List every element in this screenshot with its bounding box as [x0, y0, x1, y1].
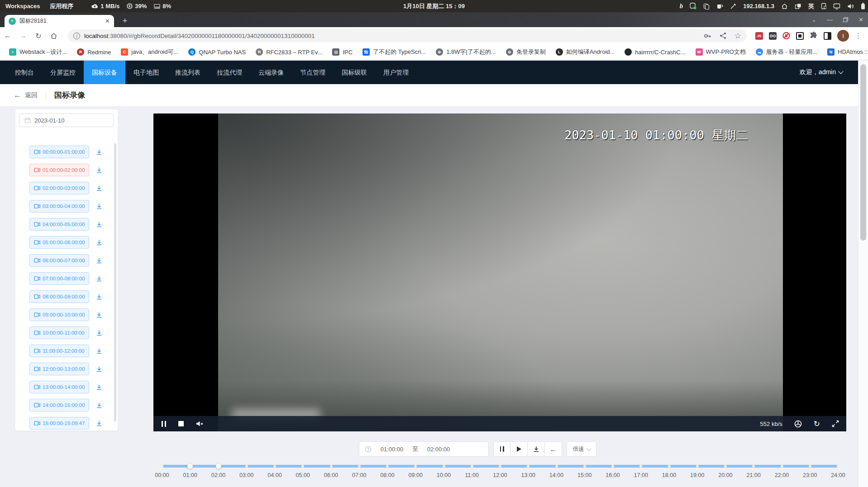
app-indicator-icon[interactable] — [690, 3, 696, 9]
nav-tab[interactable]: 云端录像 — [250, 61, 292, 84]
record-download-icon[interactable] — [95, 311, 103, 318]
record-download-icon[interactable] — [95, 166, 103, 174]
bookmark-star-icon[interactable]: ☆ — [734, 31, 741, 41]
bookmark-item[interactable]: ⊕ 免登录复制 — [502, 47, 549, 57]
record-segment-button[interactable]: 00:00:00-01:00:00 — [29, 146, 89, 158]
seek-back-button[interactable]: ← — [545, 441, 562, 457]
window-close-button[interactable]: ✕ — [858, 16, 863, 23]
nav-tab[interactable]: 国标级联 — [334, 61, 375, 84]
browser-menu-icon[interactable]: ⋮ — [855, 32, 862, 40]
record-segment-button[interactable]: 12:00:00-13:00:00 — [29, 363, 89, 375]
square-extension-icon[interactable] — [796, 32, 804, 40]
browser-reload-icon[interactable]: ↻ — [31, 32, 46, 40]
bookmark-item[interactable]: R Redmine — [73, 47, 114, 57]
color-picker-tray-icon[interactable] — [730, 3, 736, 9]
battery-tray-icon[interactable] — [861, 3, 865, 9]
time-range-input[interactable]: 至 — [359, 441, 489, 457]
bookmark-item[interactable]: ▤ IPC — [329, 47, 356, 57]
bookmark-item[interactable]: ⊕ 1.8W字|了不起的... — [432, 47, 500, 57]
video-player[interactable]: 2023-01-10 01:00:00 星期二 552 kb/s ↻ — [153, 113, 846, 431]
record-segment-button[interactable]: 10:00:00-11:00:00 — [29, 326, 89, 339]
record-download-icon[interactable] — [95, 221, 103, 228]
record-segment-button[interactable]: 08:00:00-09:00:00 — [29, 290, 89, 303]
record-download-icon[interactable] — [95, 329, 103, 336]
bookmark-item[interactable]: L 如何编译Android... — [552, 47, 619, 57]
bookmark-item[interactable]: N HDAtmos :: 种子 *... — [824, 47, 868, 57]
record-download-icon[interactable] — [95, 257, 103, 264]
reading-mode-icon[interactable] — [824, 32, 831, 40]
home-tray-icon[interactable] — [781, 3, 788, 9]
record-segment-button[interactable]: 13:00:00-14:00:00 — [29, 381, 89, 393]
profile-avatar[interactable]: I — [837, 30, 849, 42]
blocker-extension-icon[interactable] — [782, 32, 790, 40]
refresh-icon[interactable]: ↻ — [814, 420, 820, 428]
bookmark-item[interactable]: ☁ 服务器 - 轻量应用... — [752, 47, 821, 57]
record-download-icon[interactable] — [95, 184, 103, 192]
player-stop-icon[interactable] — [178, 421, 184, 426]
js-extension-icon[interactable]: JS — [755, 32, 763, 40]
bookmark-item[interactable]: C java、android可... — [117, 47, 182, 57]
download-button[interactable] — [528, 441, 545, 457]
site-info-icon[interactable]: i — [73, 33, 80, 39]
back-button[interactable]: ← 返回 — [14, 91, 38, 100]
page-scrollbar-thumb[interactable] — [860, 64, 866, 241]
window-minimize-button[interactable]: — — [827, 16, 833, 23]
nav-tab[interactable]: 用户管理 — [375, 61, 417, 84]
bookmark-item[interactable]: ≡ Webstack - 设计... — [5, 47, 71, 57]
browser-home-icon[interactable] — [46, 33, 62, 39]
window-restore-button[interactable] — [843, 17, 848, 22]
date-input[interactable] — [34, 117, 89, 124]
clipboard-tray-icon[interactable] — [703, 3, 710, 9]
browser-back-icon[interactable]: ← — [0, 32, 15, 40]
record-download-icon[interactable] — [95, 275, 103, 282]
new-tab-button[interactable]: + — [119, 16, 130, 26]
start-time-input[interactable] — [374, 446, 410, 453]
record-download-icon[interactable] — [95, 347, 103, 355]
display-tray-icon[interactable] — [833, 3, 840, 9]
fullscreen-icon[interactable] — [832, 420, 839, 427]
sidebar-scrollbar[interactable] — [114, 143, 116, 421]
bookmark-item[interactable]: R RFC2833 – RTP Ev... — [252, 47, 326, 57]
phone-connect-tray-icon[interactable] — [821, 3, 826, 9]
record-segment-button[interactable]: 15:00:00-15:09:47 — [29, 417, 89, 430]
record-download-icon[interactable] — [95, 239, 103, 246]
timeline-handle[interactable] — [215, 463, 221, 469]
record-download-icon[interactable] — [95, 148, 103, 156]
record-segment-button[interactable]: 02:00:00-03:00:00 — [29, 182, 89, 194]
input-method-indicator[interactable]: 英 — [808, 2, 814, 10]
caffeine-tray-icon[interactable] — [716, 3, 723, 9]
record-segment-button[interactable]: 05:00:00-06:00:00 — [29, 236, 89, 249]
volume-tray-icon[interactable] — [847, 3, 854, 9]
player-pause-icon[interactable] — [162, 421, 166, 427]
bookmark-item[interactable]: 知 了不起的 TypeScri... — [359, 47, 429, 57]
record-download-icon[interactable] — [95, 203, 103, 210]
record-download-icon[interactable] — [95, 402, 103, 409]
date-picker[interactable] — [19, 113, 114, 127]
url-bar[interactable]: i localhost:38080/#/gbRecordDetail/34020… — [68, 29, 747, 42]
record-segment-button[interactable]: 07:00:00-08:00:00 — [29, 272, 89, 285]
windows-overlap-tray-icon[interactable] — [795, 3, 801, 9]
nav-tab[interactable]: 推流列表 — [167, 61, 209, 84]
timeline-track[interactable] — [162, 465, 838, 468]
record-segment-button[interactable]: 04:00:00-05:00:00 — [29, 218, 89, 231]
share-icon[interactable] — [720, 32, 726, 39]
pause-button[interactable] — [493, 441, 510, 457]
record-segment-button[interactable]: 06:00:00-07:00:00 — [29, 254, 89, 267]
browser-tab[interactable]: ✳ 国标28181 ✕ — [5, 15, 114, 27]
applications-button[interactable]: 应用程序 — [50, 2, 73, 10]
bookmark-item[interactable]: Q QNAP Turbo NAS — [185, 47, 249, 57]
record-download-icon[interactable] — [95, 293, 103, 300]
glasses-extension-icon[interactable] — [769, 32, 777, 40]
bing-tray-icon[interactable]: b — [680, 2, 683, 10]
tab-search-chevron-icon[interactable]: ⌄ — [811, 16, 816, 23]
record-segment-button[interactable]: 14:00:00-15:00:00 — [29, 399, 89, 411]
nav-tab[interactable]: 电子地图 — [125, 61, 167, 84]
record-download-icon[interactable] — [95, 383, 103, 391]
nav-tab[interactable]: 节点管理 — [292, 61, 334, 84]
nav-tab[interactable]: 拉流代理 — [209, 61, 250, 84]
play-button[interactable] — [510, 441, 528, 457]
extensions-puzzle-icon[interactable] — [810, 32, 818, 40]
nav-tab[interactable]: 国标设备 — [84, 61, 125, 84]
timeline-handle[interactable] — [187, 463, 193, 469]
record-segment-button[interactable]: 01:00:00-02:00:00 — [29, 164, 89, 176]
